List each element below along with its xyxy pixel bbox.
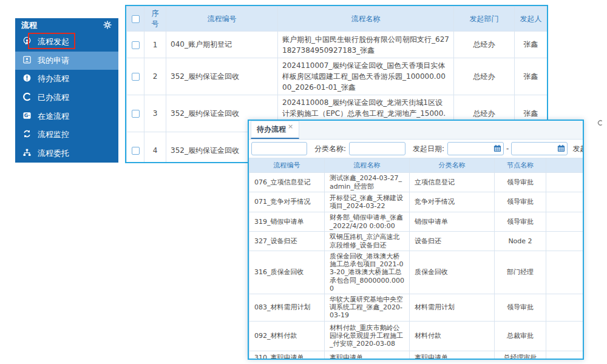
history-icon bbox=[22, 92, 32, 103]
cell-name: 双钢压路机_京沪高速北京段维修_设备归还 bbox=[325, 232, 410, 251]
list-item[interactable]: 083_材料需用计划 华软大厦研究基地中央空调系统工程_张鑫_2020-03-1… bbox=[249, 294, 583, 321]
tab-bar: 待办流程 × bbox=[249, 121, 583, 140]
table-row[interactable]: 1 040_账户期初登记 账户期初_中国民生银行股份有限公司朝阳支行_62718… bbox=[127, 32, 548, 58]
list-item[interactable]: 092_材料付款 材料付款_重庆市鹅岭公园绿化景观提升工程施工_付安琼_2020… bbox=[249, 321, 583, 351]
name-filter-input[interactable] bbox=[251, 142, 307, 155]
list-item[interactable]: 310_离职申请单 离职申请单 离职申请单 总经理审批 bbox=[249, 351, 583, 360]
cell-node: 领导审批 bbox=[495, 192, 546, 212]
row-checkbox[interactable] bbox=[132, 110, 140, 118]
cell-code: 076_立项信息登记 bbox=[249, 173, 325, 192]
sidebar-title: 流程 bbox=[21, 20, 37, 31]
tab-label: 待办流程 bbox=[257, 124, 286, 135]
col-header-dept: 发起部门 bbox=[454, 7, 515, 32]
cell-name: 测试张鑫_2024-03-27_admin_经营部 bbox=[325, 173, 410, 192]
close-icon[interactable]: × bbox=[288, 123, 293, 130]
refresh-icon bbox=[22, 129, 32, 140]
cell-code: 040_账户期初登记 bbox=[166, 32, 278, 58]
col-header-code: 流程编号 bbox=[166, 7, 278, 32]
sidebar-item-label: 待办流程 bbox=[38, 73, 69, 84]
app-root: 序号 流程编号 流程名称 发起部门 发起人 1 040_账户期初登记 账户期初_… bbox=[0, 0, 607, 364]
cell-code: 092_材料付款 bbox=[249, 321, 325, 351]
col-header-person: 发起人 bbox=[515, 7, 548, 32]
list-item[interactable]: 071_竞争对手情况 开标登记_张鑫_天梯建设项目_2024-03-22 竞争对… bbox=[249, 192, 583, 212]
sidebar-item-my-requests[interactable]: 我的申请 bbox=[15, 52, 118, 70]
g-badge-icon: G· bbox=[22, 111, 32, 122]
cell-category: 质保金回收 bbox=[410, 251, 495, 294]
sidebar-item-launch[interactable]: 流程发起 bbox=[15, 33, 118, 52]
sidebar-item-monitor[interactable]: 流程监控 bbox=[15, 126, 118, 144]
exclamation-circle-icon bbox=[22, 73, 32, 84]
category-filter-input[interactable] bbox=[349, 142, 405, 155]
sidebar-item-label: 流程发起 bbox=[38, 36, 69, 47]
col-header-name: 流程名称 bbox=[278, 7, 454, 32]
col-header-seq: 序号 bbox=[144, 7, 166, 32]
cell-name: 质保金回收_港珠澳大桥施工总承包项目_2021-03-20_港珠澳大桥施工总承包… bbox=[325, 251, 410, 294]
sidebar-menu: 流程发起 我的申请 bbox=[15, 33, 118, 163]
cell-name: 华软大厦研究基地中央空调系统工程_张鑫_2020-03-19 bbox=[325, 294, 410, 321]
cell-seq: 2 bbox=[144, 58, 166, 95]
sidebar-item-label: 流程委托 bbox=[38, 148, 69, 159]
cell-name: 财务部_销假申请单_张鑫_2022/4/20 0:00:00 bbox=[325, 212, 410, 232]
sidebar: 流程 bbox=[15, 18, 118, 163]
col-header-code: 流程编号 bbox=[249, 158, 325, 173]
row-checkbox[interactable] bbox=[132, 73, 140, 81]
cell-name: 材料付款_重庆市鹅岭公园绿化景观提升工程施工_付安琼_2020-03-08 bbox=[325, 321, 410, 351]
cell-node: 总经理审批 bbox=[495, 351, 546, 360]
category-filter-label: 分类名称: bbox=[314, 144, 346, 154]
sidebar-item-delegate[interactable]: 流程委托 bbox=[15, 144, 118, 163]
table-row[interactable]: 2 352_履约保证金回收 2024110007_履约保证金回收_国色天香项目实… bbox=[127, 58, 548, 95]
cell-category: 销假申请单 bbox=[410, 212, 495, 232]
cell-category: 立项信息登记 bbox=[410, 173, 495, 192]
org-chart-icon bbox=[22, 148, 32, 159]
col-header-node: 节点名称 bbox=[495, 158, 546, 173]
cell-category: 离职申请单 bbox=[410, 351, 495, 360]
cell-name: 开标登记_张鑫_天梯建设项目_2024-03-22 bbox=[325, 192, 410, 212]
sidebar-item-done[interactable]: 已办流程 bbox=[15, 89, 118, 107]
sidebar-item-todo[interactable]: 待办流程 bbox=[15, 70, 118, 89]
cell-code: 319_销假申请单 bbox=[249, 212, 325, 232]
cell-code: 316_质保金回收 bbox=[249, 251, 325, 294]
todo-dialog: 待办流程 × 分类名称: 发起日期: bbox=[248, 120, 584, 360]
list-item[interactable]: 327_设备归还 双钢压路机_京沪高速北京段维修_设备归还 设备归还 Node … bbox=[249, 232, 583, 251]
cell-node: 总裁审批 bbox=[495, 321, 546, 351]
cell-node: 领导审批 bbox=[495, 294, 546, 321]
select-all-checkbox[interactable] bbox=[132, 15, 140, 23]
refresh-icon-fragment bbox=[597, 117, 603, 129]
date-range-separator: - bbox=[506, 144, 509, 153]
col-header-clipped bbox=[546, 158, 583, 173]
sidebar-item-in-transit[interactable]: G· 在途流程 bbox=[15, 107, 118, 126]
todo-table: 流程编号 流程名称 分类名称 节点名称 076_立项信息登记 测试张鑫_2024… bbox=[249, 158, 583, 360]
person-filter-label: 发起人: bbox=[572, 144, 584, 154]
cell-code: 071_竞争对手情况 bbox=[249, 192, 325, 212]
row-checkbox[interactable] bbox=[132, 147, 140, 155]
cell-name: 账户期初_中国民生银行股份有限公司朝阳支行_627182738495092718… bbox=[278, 32, 454, 58]
sidebar-item-label: 在途流程 bbox=[38, 111, 69, 122]
cell-person: 张鑫 bbox=[515, 58, 548, 95]
cell-person: 张鑫 bbox=[515, 32, 548, 58]
sidebar-item-label: 流程监控 bbox=[38, 129, 69, 140]
col-header-category: 分类名称 bbox=[410, 158, 495, 173]
broadcast-icon bbox=[22, 36, 32, 47]
tab-todo[interactable]: 待办流程 × bbox=[251, 121, 299, 139]
sidebar-item-label: 已办流程 bbox=[38, 92, 69, 103]
row-checkbox[interactable] bbox=[132, 41, 140, 49]
gear-icon[interactable] bbox=[103, 21, 112, 31]
cell-node: 领导审批 bbox=[495, 212, 546, 232]
cell-node: Node 2 bbox=[495, 232, 546, 251]
cell-code: 327_设备归还 bbox=[249, 232, 325, 251]
cell-category: 材料付款 bbox=[410, 321, 495, 351]
cell-name: 离职申请单 bbox=[325, 351, 410, 360]
sidebar-item-label: 我的申请 bbox=[38, 55, 69, 66]
list-item[interactable]: 316_质保金回收 质保金回收_港珠澳大桥施工总承包项目_2021-03-20_… bbox=[249, 251, 583, 294]
cell-node: 领导审批 bbox=[495, 173, 546, 192]
cell-category: 竞争对手情况 bbox=[410, 192, 495, 212]
list-item[interactable]: 076_立项信息登记 测试张鑫_2024-03-27_admin_经营部 立项信… bbox=[249, 173, 583, 192]
cell-name: 2024110007_履约保证金回收_国色天香项目实体样板房区域园建工程_国色天… bbox=[278, 58, 454, 95]
svg-text:G·: G· bbox=[24, 113, 30, 118]
cell-seq: 1 bbox=[144, 32, 166, 58]
cell-code: 083_材料需用计划 bbox=[249, 294, 325, 321]
cell-category: 设备归还 bbox=[410, 232, 495, 251]
cell-dept: 总经办 bbox=[454, 32, 515, 58]
list-item[interactable]: 319_销假申请单 财务部_销假申请单_张鑫_2022/4/20 0:00:00… bbox=[249, 212, 583, 232]
filter-bar: 分类名称: 发起日期: - bbox=[249, 140, 583, 158]
